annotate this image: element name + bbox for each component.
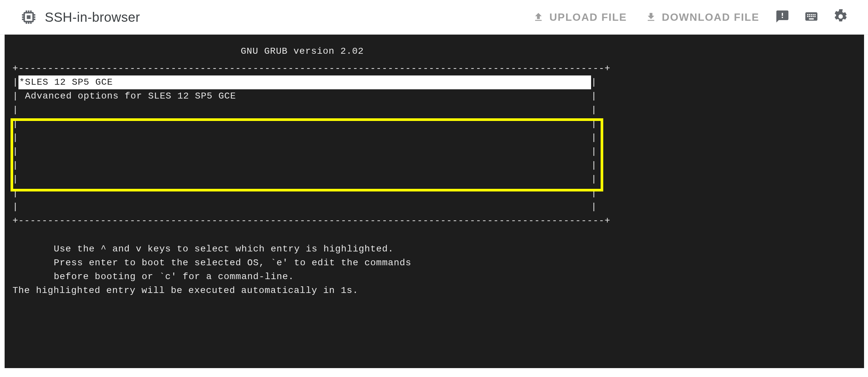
send-feedback-button[interactable] [769, 5, 796, 30]
grub-hint-line: The highlighted entry will be executed a… [12, 284, 856, 297]
grub-entry-text [19, 172, 591, 186]
box-side-left: | [12, 89, 19, 103]
grub-hint-line: Press enter to boot the selected OS, `e'… [30, 256, 856, 270]
grub-entry-text [19, 145, 591, 158]
box-side-right: | [591, 103, 597, 117]
download-file-label: DOWNLOAD FILE [662, 11, 760, 23]
grub-blank-row: | | [12, 131, 597, 145]
box-side-right: | [591, 200, 597, 214]
terminal[interactable]: GNU GRUB version 2.02 +-----------------… [5, 35, 864, 368]
grub-blank-row: | | [12, 158, 597, 172]
grub-entry-text [19, 131, 591, 145]
grub-entry-0[interactable]: |*SLES 12 SP5 GCE| [12, 76, 597, 89]
box-side-left: | [12, 200, 19, 214]
grub-blank-row: | | [12, 172, 597, 186]
svg-rect-1 [27, 15, 30, 19]
grub-entry-text: *SLES 12 SP5 GCE [19, 76, 591, 89]
grub-menu-box: +---------------------------------------… [12, 62, 597, 228]
box-side-right: | [591, 117, 597, 131]
grub-hint-line: before booting or `c' for a command-line… [30, 270, 856, 284]
upload-file-button[interactable]: UPLOAD FILE [524, 5, 636, 29]
grub-blank-row: | | [12, 200, 597, 214]
box-side-right: | [591, 172, 597, 186]
upload-icon [533, 11, 544, 23]
grub-blank-row: | | [12, 117, 597, 131]
toolbar: SSH-in-browser UPLOAD FILE DOWNLOAD FILE [0, 0, 868, 35]
upload-file-label: UPLOAD FILE [549, 11, 627, 23]
grub-entry-text [19, 158, 591, 172]
box-side-right: | [591, 145, 597, 158]
box-side-right: | [591, 158, 597, 172]
grub-entry-text: Advanced options for SLES 12 SP5 GCE [19, 89, 591, 103]
keyboard-icon [803, 9, 820, 25]
svg-rect-15 [782, 17, 783, 18]
grub-entry-text [19, 200, 591, 214]
grub-border-bottom: +---------------------------------------… [12, 214, 597, 228]
grub-hint-line: Use the ^ and v keys to select which ent… [30, 242, 856, 256]
grub-entry-text [19, 186, 591, 200]
chip-icon [20, 8, 37, 26]
box-side-left: | [12, 76, 19, 89]
box-side-left: | [12, 158, 19, 172]
box-side-right: | [591, 186, 597, 200]
grub-border-top: +---------------------------------------… [12, 62, 597, 76]
box-side-right: | [591, 76, 597, 89]
box-side-left: | [12, 131, 19, 145]
grub-blank-row: | | [12, 186, 597, 200]
download-icon [645, 11, 657, 23]
grub-entry-1[interactable]: | Advanced options for SLES 12 SP5 GCE| [12, 89, 597, 103]
grub-entry-text [19, 103, 591, 117]
box-side-left: | [12, 186, 19, 200]
settings-button[interactable] [827, 4, 855, 30]
svg-rect-14 [782, 13, 783, 16]
grub-hints: Use the ^ and v keys to select which ent… [12, 242, 856, 297]
box-side-right: | [591, 89, 597, 103]
settings-gear-icon [833, 9, 848, 25]
box-side-left: | [12, 117, 19, 131]
box-side-left: | [12, 103, 19, 117]
grub-title: GNU GRUB version 2.02 [12, 45, 592, 58]
feedback-icon [775, 9, 789, 25]
grub-blank-row: | | [12, 103, 597, 117]
box-side-right: | [591, 131, 597, 145]
grub-entry-text [19, 117, 591, 131]
logo-block: SSH-in-browser [20, 8, 140, 26]
box-side-left: | [12, 145, 19, 158]
download-file-button[interactable]: DOWNLOAD FILE [636, 5, 769, 29]
grub-blank-row: | | [12, 145, 597, 158]
box-side-left: | [12, 172, 19, 186]
app-title: SSH-in-browser [45, 10, 140, 25]
keyboard-button[interactable] [796, 5, 827, 30]
